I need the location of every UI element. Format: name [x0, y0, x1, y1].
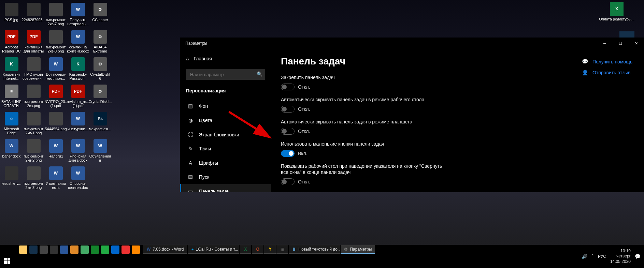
desktop-icon[interactable]: WЯпонская диета.docx [67, 138, 89, 165]
desktop-icon[interactable]: ⚙CrystalDiskI... [89, 84, 111, 110]
desktop-icon[interactable]: Wссылки на контент.docx [67, 29, 89, 56]
desktop-icon[interactable]: ⚙AIDA64 Extreme [89, 29, 111, 56]
desktop-icon[interactable]: PCS.jpg [1, 2, 22, 29]
search-icon: 🔍 [257, 71, 262, 77]
pinned-app-4[interactable] [50, 245, 58, 254]
pinned-app-6[interactable] [70, 245, 78, 254]
toggle-switch[interactable] [281, 84, 295, 90]
toggle-switch[interactable] [281, 106, 295, 113]
desktop-icon[interactable]: 5444554.png [45, 111, 67, 138]
minimize-button[interactable]: ─ [597, 38, 613, 49]
pinned-app-5[interactable] [60, 245, 68, 254]
taskbar-task[interactable]: O [252, 245, 263, 254]
desktop-icon-label: гмс-ремонт 2кв-7.png [45, 18, 66, 26]
desktop-icon[interactable]: гмс-ремонт 2кв-3.png [23, 166, 44, 192]
maximize-button[interactable]: ☐ [613, 38, 628, 49]
desktop-icon[interactable]: 2248287995... [23, 2, 44, 29]
desktop-icon[interactable]: PDFINVITRO_23... (1).pdf [45, 84, 67, 110]
taskbar-task[interactable]: W7.05.docx - Word [143, 245, 187, 254]
system-tray: 🔊 ˄ РУС 10:19 четверг 14.05.2020 💬 [582, 245, 641, 268]
desktop-icon[interactable]: ⚙CCleaner [89, 2, 111, 29]
desktop-icon-label: Японская диета.docx [68, 154, 88, 162]
desktop-icon-label: Вот почему миллион... [45, 72, 66, 80]
desktop-icon[interactable]: гмс-ремонт 2кв.png [23, 84, 44, 110]
clock-date: 14.05.2020 [610, 259, 631, 265]
close-button[interactable]: ✕ [628, 38, 644, 49]
desktop-icon[interactable]: PDFквитанция для оплаты пат... [23, 29, 44, 56]
desktop-icon-label: гмс-ремонт 2кв-8.png [45, 45, 66, 53]
sidebar-item-Экран блокировки[interactable]: ⛶Экран блокировки [180, 128, 271, 142]
desktop-icon[interactable]: гмс-ремонт 2кв-7.png [45, 2, 67, 29]
pinned-app-12[interactable] [132, 245, 140, 254]
desktop-icon[interactable]: WОбъявления в подъезде... [89, 138, 111, 165]
pinned-app-9[interactable] [101, 245, 109, 254]
sidebar-item-Темы[interactable]: ✎Темы [180, 142, 271, 156]
desktop-icon-label: гмс-ремонт 2кв-2.png [23, 154, 44, 162]
settings-titlebar: Параметры ─ ☐ ✕ [180, 38, 644, 49]
desktop-icon[interactable]: WПолучить нотариаль... [67, 2, 89, 29]
taskbar-task[interactable]: ⚙Параметры [341, 245, 375, 254]
desktop-icon[interactable]: Wинстуркци... [67, 111, 89, 138]
desktop-icon-label: Опросник шенген.doc [68, 181, 88, 190]
toggle-switch[interactable] [281, 150, 295, 157]
desktop-icon[interactable]: гмс-ремонт 2кв-1.png [23, 111, 44, 138]
sidebar-item-Панель задач[interactable]: ▭Панель задач [180, 184, 271, 192]
search-container: 🔍 [186, 69, 265, 80]
toggle-switch[interactable] [281, 128, 295, 135]
desktop-icon[interactable]: PDFrevisium_re... (1).pdf [67, 84, 89, 110]
taskbar-task[interactable]: 🗎Новый текстовый до... [289, 245, 340, 254]
window-controls: ─ ☐ ✕ [597, 38, 644, 49]
taskbar-row: W7.05.docx - Word●1Gai.Ru - Советы и т..… [0, 245, 644, 254]
home-button[interactable]: ⌂ Главная [180, 53, 271, 65]
taskbar-task[interactable]: Y [264, 245, 276, 254]
pinned-app-11[interactable] [121, 245, 130, 254]
notifications-icon[interactable]: 💬 [635, 254, 641, 259]
volume-icon[interactable]: 🔊 [582, 254, 587, 259]
desktop-icon[interactable]: ≡ВАТАНЦИЯ ОПЛАТЫ П... [1, 84, 22, 110]
option-label: Автоматически скрывать панель задач в ре… [281, 119, 445, 125]
desktop-icon[interactable]: KKaspersky Internet... [1, 57, 22, 83]
desktop-icon[interactable]: WУ компании есть неско... [45, 166, 67, 192]
sidebar-item-Шрифты[interactable]: AШрифты [180, 156, 271, 170]
desktop-icon[interactable]: lesushie-v... [1, 166, 22, 192]
pinned-app-2[interactable] [29, 245, 38, 254]
settings-content: Панель задач Закрепить панель задачОткл.… [271, 49, 644, 192]
desktop-icon-right[interactable]: X Оплата редактуры... [599, 2, 634, 21]
desktop-icon[interactable]: WВот почему миллион... [45, 57, 67, 83]
pinned-explorer[interactable] [19, 245, 27, 254]
pinned-app-10[interactable] [111, 245, 119, 254]
desktop-icon-label: revisium_re... (1).pdf [67, 100, 89, 108]
pinned-app-3[interactable] [40, 245, 48, 254]
nav-icon: ▭ [187, 188, 194, 192]
sidebar-item-Цвета[interactable]: ◑Цвета [180, 113, 271, 128]
desktop-icon[interactable]: гмс-ремонт 2кв-8.png [45, 29, 67, 56]
desktop-icon[interactable]: Wbaner.docx [1, 138, 22, 165]
desktop-icon[interactable]: ГМС-кухня современн... [23, 57, 44, 83]
taskbar-task[interactable]: ▣ [276, 245, 288, 254]
desktop-icon[interactable]: KKaspersky Passwor... [67, 57, 89, 83]
tray-chevron-icon[interactable]: ˄ [591, 254, 594, 259]
desktop-icon[interactable]: eMicrosoft Edge [1, 111, 22, 138]
help-links: 💬Получить помощь 👤Отправить отзыв [582, 59, 632, 76]
start-button[interactable] [2, 256, 12, 266]
desktop-icon[interactable]: WОпросник шенген.doc [67, 166, 89, 192]
toggle-switch[interactable] [281, 178, 295, 185]
taskbar-task[interactable]: ●1Gai.Ru - Советы и т... [188, 245, 239, 254]
taskbar-task[interactable]: X [240, 245, 251, 254]
pinned-app-7[interactable] [81, 245, 89, 254]
clock[interactable]: 10:19 четверг 14.05.2020 [610, 249, 631, 265]
svg-rect-1 [4, 258, 7, 260]
desktop-icon[interactable]: гмс-ремонт 2кв-2.png [23, 138, 44, 165]
sidebar-item-Фон[interactable]: ▨Фон [180, 99, 271, 113]
help-link[interactable]: 💬Получить помощь [582, 59, 632, 65]
pinned-app-8[interactable] [91, 245, 99, 254]
feedback-link[interactable]: 👤Отправить отзыв [582, 70, 632, 76]
language-indicator[interactable]: РУС [598, 254, 606, 259]
search-input[interactable] [186, 69, 265, 80]
sidebar-item-Пуск[interactable]: ▤Пуск [180, 170, 271, 184]
desktop-icon[interactable]: ⚙CrystalDiskI 6 [89, 57, 111, 83]
desktop-icon[interactable]: WНалоги1 [45, 138, 67, 165]
desktop-icon[interactable]: Psмакросъем... [89, 111, 111, 138]
nav-label: Цвета [199, 118, 212, 123]
desktop-icon[interactable]: PDFAcrobat Reader DC [1, 29, 22, 56]
